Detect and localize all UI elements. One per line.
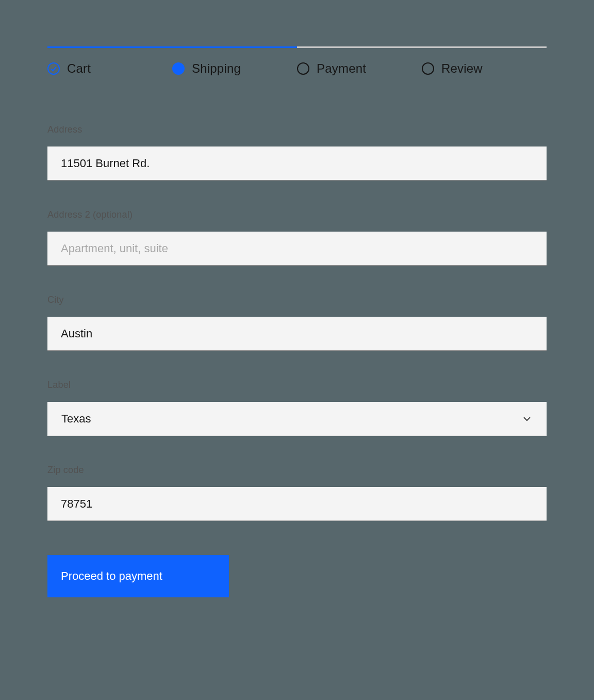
- progress-track: [47, 46, 547, 48]
- state-select-value: Texas: [61, 412, 91, 426]
- state-select[interactable]: Texas: [47, 402, 547, 436]
- address-label: Address: [47, 124, 547, 135]
- city-label: City: [47, 295, 547, 305]
- step-label: Payment: [317, 61, 366, 76]
- state-label: Label: [47, 380, 547, 390]
- zip-label: Zip code: [47, 465, 547, 476]
- step-label: Review: [441, 61, 483, 76]
- step-payment[interactable]: Payment: [297, 61, 422, 76]
- progress-steps: Cart Shipping Payment: [47, 61, 547, 76]
- step-label: Cart: [67, 61, 91, 76]
- svg-point-3: [422, 63, 434, 74]
- step-shipping[interactable]: Shipping: [172, 61, 297, 76]
- empty-circle-icon: [297, 62, 309, 75]
- zip-input[interactable]: [47, 487, 547, 521]
- proceed-button[interactable]: Proceed to payment: [47, 555, 229, 597]
- address-input[interactable]: [47, 146, 547, 181]
- shipping-form: Address Address 2 (optional) City Label …: [47, 124, 547, 597]
- empty-circle-icon: [422, 62, 434, 75]
- filled-circle-icon: [172, 62, 185, 75]
- svg-point-1: [172, 62, 185, 75]
- step-label: Shipping: [192, 61, 241, 76]
- check-circle-icon: [47, 62, 60, 75]
- city-input[interactable]: [47, 317, 547, 351]
- address2-label: Address 2 (optional): [47, 209, 547, 220]
- address2-input[interactable]: [47, 232, 547, 266]
- step-cart[interactable]: Cart: [47, 61, 172, 76]
- chevron-down-icon: [521, 413, 533, 425]
- step-review[interactable]: Review: [422, 61, 547, 76]
- svg-point-0: [48, 63, 59, 74]
- progress-fill: [47, 46, 297, 48]
- svg-point-2: [298, 63, 309, 74]
